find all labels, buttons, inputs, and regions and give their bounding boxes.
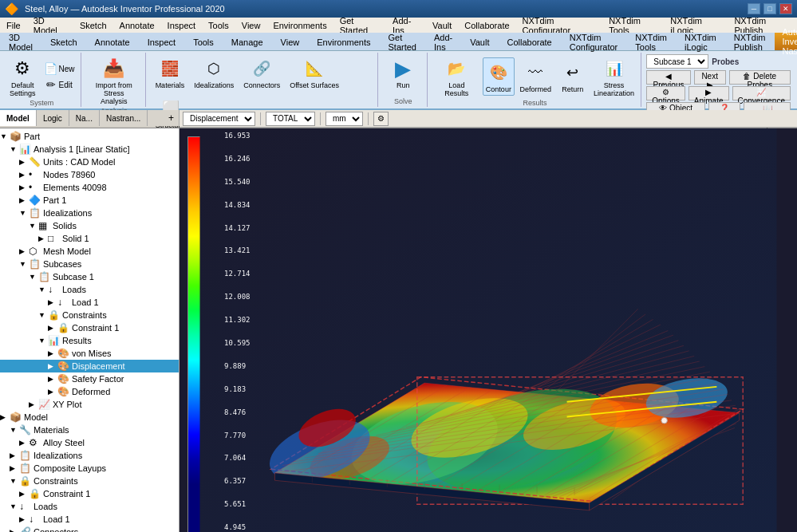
tree-arrow-6[interactable]: ▶ — [19, 196, 29, 204]
btn-materials[interactable]: 🧱 Materials — [152, 54, 188, 91]
btn-animate[interactable]: ▶ Animate — [688, 86, 729, 100]
btn-previous[interactable]: ◀ Previous — [646, 70, 690, 85]
btn-stress-linearization[interactable]: 📊 StressLinearization — [592, 54, 637, 99]
tree-item-19[interactable]: ▶🎨Displacement — [0, 360, 179, 372]
btn-delete-probes[interactable]: 🗑 Delete Probes — [729, 70, 791, 85]
tree-item-26[interactable]: ▶📋Idealizations — [0, 449, 179, 462]
tree-item-1[interactable]: ▼📦Part — [0, 130, 179, 143]
menu-item-vault[interactable]: Vault — [426, 19, 458, 32]
tree-item-25[interactable]: ▶⚙Alloy Steel — [0, 436, 179, 449]
tab-sketch[interactable]: Sketch — [41, 33, 86, 50]
tree-item-29[interactable]: ▶🔒Constraint 1 — [0, 487, 179, 500]
total-select[interactable]: TOTAL — [266, 112, 315, 126]
tab-tools[interactable]: Tools — [184, 33, 223, 50]
sidebar-tab-nastran1[interactable]: Nastran... — [100, 110, 148, 126]
tree-item-32[interactable]: ▶🔗Connectors — [0, 526, 179, 532]
tree-item-16[interactable]: ▶🔒Constraint 1 — [0, 321, 179, 334]
menu-item-file[interactable]: File — [0, 19, 27, 32]
tree-arrow-14[interactable]: ▶ — [48, 298, 57, 306]
tree-arrow-16[interactable]: ▶ — [48, 324, 57, 332]
tree-item-31[interactable]: ▶↓Load 1 — [0, 513, 179, 526]
btn-new[interactable]: 📄 New — [42, 61, 77, 76]
tree-item-4[interactable]: ▶•Nodes 78960 — [0, 168, 179, 181]
menu-item-collaborate[interactable]: Collaborate — [458, 19, 515, 32]
btn-deformed[interactable]: 〰 Deformed — [518, 58, 554, 95]
tree-arrow-8[interactable]: ▼ — [29, 222, 38, 230]
tree-item-24[interactable]: ▼🔧Materials — [0, 424, 179, 436]
btn-edit[interactable]: ✏ Edit — [42, 77, 77, 92]
btn-connectors[interactable]: 🔗 Connectors — [240, 54, 283, 91]
viewport-settings-btn[interactable]: ⚙ — [373, 112, 389, 126]
tree-arrow-17[interactable]: ▼ — [38, 337, 48, 345]
tree-item-8[interactable]: ▼▦Solids — [0, 219, 179, 232]
tree-item-13[interactable]: ▼↓Loads — [0, 283, 179, 296]
tab-nastran[interactable]: Autodesk Inventor Nastran — [775, 33, 798, 50]
btn-options[interactable]: ⚙ Options — [646, 86, 685, 100]
tree-arrow-15[interactable]: ▼ — [38, 311, 48, 319]
tree-arrow-24[interactable]: ▼ — [10, 426, 19, 434]
menu-item-annotate[interactable]: Annotate — [113, 19, 161, 32]
tree-arrow-23[interactable]: ▶ — [0, 413, 10, 421]
tab-nxtdimilogic[interactable]: NXTdim iLogic — [676, 33, 725, 50]
btn-return[interactable]: ↩ Return — [557, 58, 589, 95]
tree-item-2[interactable]: ▼📊Analysis 1 [Linear Static] — [0, 143, 179, 156]
tree-arrow-4[interactable]: ▶ — [19, 171, 29, 179]
tree-arrow-32[interactable]: ▶ — [10, 528, 19, 532]
tree-item-3[interactable]: ▶📏Units : CAD Model — [0, 156, 179, 168]
sidebar-tab-vault[interactable]: Na... — [69, 110, 100, 126]
tree-item-30[interactable]: ▼↓Loads — [0, 500, 179, 513]
tab-nxtdimconfig[interactable]: NXTdim Configurator — [561, 33, 627, 50]
tree-arrow-25[interactable]: ▶ — [19, 439, 29, 447]
tree-arrow-1[interactable]: ▼ — [0, 132, 10, 140]
tab-view[interactable]: View — [272, 33, 309, 50]
btn-load-results[interactable]: 📂 Load Results — [434, 54, 479, 99]
tree-item-17[interactable]: ▼📊Results — [0, 334, 179, 347]
tree-item-18[interactable]: ▶🎨von Mises — [0, 347, 179, 360]
close-button[interactable]: ✕ — [779, 3, 792, 14]
tab-nxtdimpublish[interactable]: NXTdim Publish — [725, 33, 775, 50]
maximize-button[interactable]: □ — [763, 3, 776, 14]
tree-arrow-22[interactable]: ▶ — [29, 400, 38, 408]
tree-arrow-3[interactable]: ▶ — [19, 158, 29, 166]
tab-manage[interactable]: Manage — [223, 33, 272, 50]
tree-item-21[interactable]: ▶🎨Deformed — [0, 385, 179, 398]
unit-select[interactable]: mm — [326, 112, 363, 126]
viewport[interactable]: 16.95316.24615.54014.83414.12713.42112.7… — [180, 128, 797, 532]
tab-addins[interactable]: Add-Ins — [425, 33, 461, 50]
sidebar-tab-model[interactable]: Model — [0, 110, 37, 126]
sidebar-tab-logic[interactable]: Logic — [37, 110, 69, 126]
tree-arrow-28[interactable]: ▼ — [10, 477, 19, 485]
tree-arrow-5[interactable]: ▶ — [19, 183, 29, 191]
add-tab-button[interactable]: + — [164, 110, 179, 126]
menu-item-tools[interactable]: Tools — [202, 19, 235, 32]
tree-item-20[interactable]: ▶🎨Safety Factor — [0, 372, 179, 385]
menu-item-view[interactable]: View — [235, 19, 267, 32]
btn-import-stress[interactable]: 📥 Import fromStress Analysis — [88, 54, 140, 107]
tree-item-27[interactable]: ▶📋Composite Layups — [0, 462, 179, 475]
tree-item-6[interactable]: ▶🔷Part 1 — [0, 194, 179, 207]
tree-item-9[interactable]: ▶□Solid 1 — [0, 232, 179, 245]
btn-idealizations[interactable]: ⬡ Idealizations — [191, 54, 237, 91]
tab-vault[interactable]: Vault — [461, 33, 498, 50]
tab-nxtdimtools[interactable]: NXTdim Tools — [626, 33, 676, 50]
tree-arrow-27[interactable]: ▶ — [10, 464, 19, 472]
tree-arrow-10[interactable]: ▶ — [19, 247, 29, 255]
tree-arrow-12[interactable]: ▼ — [29, 273, 38, 281]
tree-item-23[interactable]: ▶📦Model — [0, 411, 179, 424]
menu-item-environments[interactable]: Environments — [266, 19, 333, 32]
tree-arrow-30[interactable]: ▼ — [10, 502, 19, 510]
menu-item-inspect[interactable]: Inspect — [161, 19, 202, 32]
tree-arrow-11[interactable]: ▼ — [19, 260, 29, 268]
tree-arrow-18[interactable]: ▶ — [48, 349, 57, 357]
btn-offset-surfaces[interactable]: 📐 Offset Surfaces — [286, 54, 342, 91]
tree-arrow-7[interactable]: ▼ — [19, 209, 29, 217]
btn-default-settings[interactable]: ⚙ DefaultSettings — [6, 54, 39, 99]
tree-item-28[interactable]: ▼🔒Constraints — [0, 475, 179, 487]
btn-convergence-plot[interactable]: 📈 Convergence Plot — [732, 86, 791, 100]
minimize-button[interactable]: ─ — [748, 3, 760, 14]
tree-arrow-20[interactable]: ▶ — [48, 375, 57, 383]
tree-arrow-2[interactable]: ▼ — [10, 145, 19, 153]
btn-run[interactable]: ▶ Run — [387, 54, 419, 91]
tab-annotate[interactable]: Annotate — [86, 33, 139, 50]
tab-3dmodel[interactable]: 3D Model — [0, 33, 41, 50]
